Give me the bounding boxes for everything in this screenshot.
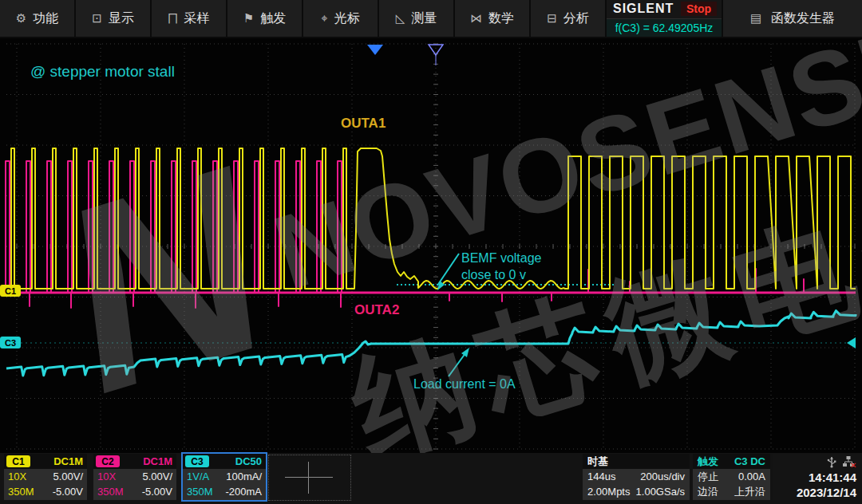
timebase-panel[interactable]: 时基 144us200us/div 2.00Mpts1.00GSa/s — [583, 454, 690, 500]
function-generator-label: 函数发生器 — [771, 10, 835, 27]
menu-acquire-label: 采样 — [184, 10, 210, 27]
menu-measure[interactable]: ◺测量 — [379, 0, 453, 37]
channel3-position-marker[interactable]: C3 — [0, 337, 21, 348]
annotation-outa2: OUTA2 — [354, 301, 399, 319]
channel3-bandwidth: 350M — [187, 486, 213, 498]
channel3-coupling: DC50 — [235, 455, 262, 467]
timebase-scale: 200us/div — [640, 471, 685, 482]
channel2-descriptor[interactable]: C2DC1M 10X5.00V/ 350M-5.00V — [93, 454, 176, 500]
timebase-delay: 144us — [587, 471, 615, 482]
menu-trigger[interactable]: ⚑触发 — [227, 0, 302, 37]
timebase-memory: 2.00Mpts — [587, 486, 630, 498]
channel1-offset: -5.00V — [53, 486, 83, 498]
menu-display-label: 显示 — [109, 10, 134, 27]
trigger-slope: 上升沿 — [734, 485, 765, 499]
brand-status-box: SIGLENT Stop f(C3) = 62.49205Hz — [607, 0, 722, 37]
svg-text:✕: ✕ — [850, 461, 856, 468]
menu-analysis[interactable]: ⊟分析 — [531, 0, 605, 37]
channel3-descriptor[interactable]: C3DC50 1V/A100mA/ 350M-200mA — [183, 454, 266, 500]
channel1-probe: 10X — [8, 471, 26, 482]
function-generator-icon: ▤ — [750, 11, 761, 26]
channel2-scale: 5.00V/ — [142, 471, 172, 482]
frequency-counter-readout: f(C3) = 62.49205Hz — [607, 19, 722, 37]
siglent-logo: SIGLENT — [607, 2, 674, 16]
trigger-type: 边沿 — [698, 485, 718, 499]
math-icon: ⋈ — [470, 11, 482, 26]
annotation-outa1: OUTA1 — [341, 115, 386, 132]
menu-cursors-label: 光标 — [334, 10, 360, 27]
channel2-tag: C2 — [96, 455, 120, 467]
annotation-load-current: Load current = 0A — [413, 376, 516, 393]
menu-cursors[interactable]: ⌖光标 — [303, 0, 378, 37]
menu-trigger-label: 触发 — [260, 10, 286, 27]
acquisition-status-badge[interactable]: Stop — [681, 2, 717, 16]
timebase-title: 时基 — [587, 455, 608, 469]
menu-math-label: 数学 — [488, 10, 514, 27]
cursor-icon: ⌖ — [321, 11, 327, 26]
trigger-mode: 停止 — [698, 470, 718, 484]
trigger-panel[interactable]: 触发C3 DC 停止0.00A 边沿上升沿 — [693, 454, 770, 500]
top-menu-bar: ⚙功能 ⊡显示 ⨅采样 ⚑触发 ⌖光标 ◺测量 ⋈数学 ⊟分析 SIGLENT … — [0, 0, 862, 38]
display-icon: ⊡ — [92, 11, 102, 26]
channel1-coupling: DC1M — [53, 455, 83, 467]
annotation-title: @ stepper motor stall — [30, 62, 175, 82]
channel3-offset: -200mA — [225, 486, 262, 498]
trigger-flag-icon: ⚑ — [243, 11, 254, 26]
menu-measure-label: 测量 — [411, 10, 437, 27]
channel2-probe: 10X — [97, 471, 116, 482]
timebase-samplerate: 1.00GSa/s — [636, 486, 685, 498]
crosshair-icon — [308, 462, 309, 494]
channel2-bandwidth: 350M — [97, 486, 124, 498]
gear-icon: ⚙ — [16, 11, 26, 26]
function-generator-button[interactable]: ▤ 函数发生器 — [723, 0, 862, 37]
channel3-scale: 100mA/ — [226, 471, 262, 482]
oscilloscope-screen: ⚙功能 ⊡显示 ⨅采样 ⚑触发 ⌖光标 ◺测量 ⋈数学 ⊟分析 SIGLENT … — [0, 0, 862, 504]
system-status: ✕ 14:41:44 2023/12/14 — [773, 454, 860, 500]
menu-math[interactable]: ⋈数学 — [455, 0, 529, 37]
crosshair-icon — [285, 477, 333, 478]
channel3-tag: C3 — [185, 455, 209, 467]
usb-icon[interactable] — [826, 455, 837, 468]
annotation-bemf: BEMF voltage close to 0 v — [461, 250, 541, 284]
channel1-scale: 5.00V/ — [53, 471, 83, 482]
menu-analysis-label: 分析 — [563, 10, 589, 27]
channel1-bandwidth: 350M — [8, 486, 34, 498]
channel2-coupling: DC1M — [143, 455, 172, 467]
channel1-position-marker[interactable]: C1 — [0, 285, 21, 297]
bottom-status-bar: C1DC1M 10X5.00V/ 350M-5.00V C2DC1M 10X5.… — [0, 453, 862, 504]
menu-utility-label: 功能 — [33, 10, 58, 27]
measure-icon: ◺ — [396, 11, 405, 26]
trigger-source: C3 DC — [734, 455, 765, 467]
menu-acquire[interactable]: ⨅采样 — [152, 0, 226, 37]
channel1-descriptor[interactable]: C1DC1M 10X5.00V/ 350M-5.00V — [4, 454, 87, 500]
menu-utility[interactable]: ⚙功能 — [0, 0, 74, 37]
date: 2023/12/14 — [797, 485, 856, 500]
trigger-level: 0.00A — [738, 471, 765, 482]
waveform-display-area[interactable]: @ stepper motor stall OUTA1 BEMF voltage… — [0, 38, 862, 453]
channel2-offset: -5.00V — [142, 486, 172, 498]
channel3-probe: 1V/A — [187, 471, 209, 482]
trigger-title: 触发 — [698, 455, 718, 469]
lan-disconnected-icon[interactable]: ✕ — [842, 455, 856, 468]
menu-display[interactable]: ⊡显示 — [76, 0, 150, 37]
clock: 14:41:44 — [809, 470, 856, 485]
sampling-icon: ⨅ — [168, 11, 177, 26]
analysis-icon: ⊟ — [547, 11, 557, 26]
zoom-preview-window[interactable] — [268, 455, 351, 501]
channel1-tag: C1 — [6, 455, 30, 467]
